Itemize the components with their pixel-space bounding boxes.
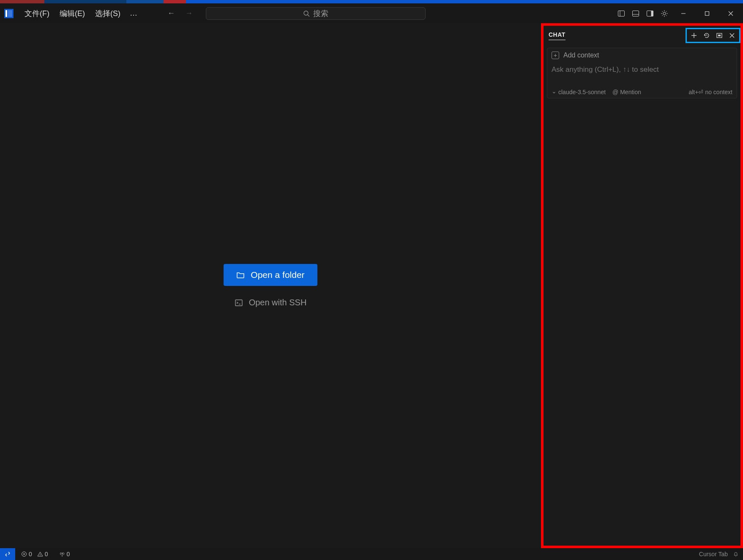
plus-icon: + (552, 52, 559, 59)
chat-tab[interactable]: CHAT (549, 31, 565, 40)
open-folder-button[interactable]: Open a folder (224, 264, 317, 286)
warnings-count: 0 (45, 551, 48, 557)
svg-rect-2 (618, 11, 625, 16)
open-ssh-button[interactable]: Open with SSH (235, 298, 307, 307)
status-bar: 0 0 0 Cursor Tab (0, 548, 743, 560)
model-select[interactable]: claude-3.5-sonnet (552, 89, 606, 95)
editor-welcome-area: Open a folder Open with SSH (0, 23, 541, 548)
warning-icon (37, 551, 43, 557)
dock-icon[interactable] (714, 30, 724, 41)
layout-sidebar-right-icon[interactable] (645, 8, 655, 19)
svg-point-36 (61, 553, 63, 554)
menu-file[interactable]: 文件(F) (19, 8, 55, 19)
no-context-toggle[interactable]: alt+⏎ no context (688, 89, 732, 95)
mention-button[interactable]: @ Mention (612, 89, 641, 95)
terminal-icon (235, 299, 243, 307)
ports-count: 0 (67, 551, 70, 557)
no-context-key: alt+⏎ (688, 89, 703, 95)
desktop-taskbar-edge (0, 0, 743, 3)
remote-button[interactable] (0, 548, 15, 560)
menu-edit[interactable]: 编辑(E) (55, 8, 90, 19)
layout-sidebar-left-icon[interactable] (616, 8, 626, 19)
chat-panel-toolbar (686, 28, 740, 43)
svg-rect-4 (633, 11, 639, 16)
errors-count: 0 (29, 551, 32, 557)
add-context-label: Add context (563, 52, 599, 59)
nav-arrows: ← → (167, 9, 193, 18)
new-chat-icon[interactable] (689, 30, 699, 41)
chat-panel-body (544, 102, 740, 546)
warnings-status[interactable]: 0 (37, 551, 48, 557)
error-icon (21, 551, 27, 557)
nav-forward-icon[interactable]: → (185, 9, 193, 18)
no-context-text: no context (705, 89, 732, 95)
svg-rect-28 (718, 35, 721, 36)
svg-line-26 (707, 35, 707, 36)
svg-line-15 (662, 15, 663, 16)
svg-rect-7 (651, 11, 653, 16)
svg-point-8 (663, 12, 666, 15)
close-panel-icon[interactable] (727, 30, 737, 41)
open-folder-label: Open a folder (251, 270, 304, 280)
svg-rect-21 (235, 300, 242, 306)
search-icon (303, 10, 310, 17)
chat-input-box: + Add context claude-3.5-sonnet @ Mentio… (547, 48, 737, 98)
menu-more[interactable]: … (126, 9, 142, 18)
window-maximize-button[interactable] (697, 4, 717, 23)
errors-status[interactable]: 0 (21, 551, 32, 557)
chat-panel: CHAT + (541, 23, 743, 548)
settings-gear-icon[interactable] (659, 8, 669, 19)
ports-status[interactable]: 0 (59, 551, 70, 557)
search-placeholder: 搜索 (313, 8, 328, 19)
open-ssh-label: Open with SSH (249, 298, 307, 307)
svg-line-14 (666, 15, 667, 16)
folder-icon (236, 271, 245, 279)
app-logo-icon (4, 9, 14, 18)
chat-text-input[interactable] (552, 63, 732, 76)
window-close-button[interactable] (721, 4, 740, 23)
svg-line-1 (308, 15, 309, 16)
model-name: claude-3.5-sonnet (558, 89, 606, 95)
menu-select[interactable]: 选择(S) (90, 8, 126, 19)
nav-back-icon[interactable]: ← (167, 9, 175, 18)
search-input[interactable]: 搜索 (206, 7, 426, 20)
window-minimize-button[interactable] (674, 4, 693, 23)
svg-line-13 (662, 11, 663, 12)
layout-panel-bottom-icon[interactable] (631, 8, 641, 19)
bell-icon[interactable] (733, 551, 739, 557)
title-bar: 文件(F) 编辑(E) 选择(S) … ← → 搜索 (0, 3, 743, 23)
svg-rect-18 (705, 11, 709, 15)
history-icon[interactable] (702, 30, 712, 41)
svg-point-35 (40, 555, 40, 556)
add-context-button[interactable]: + Add context (552, 52, 599, 59)
svg-point-0 (304, 11, 308, 15)
chat-panel-header: CHAT (544, 26, 740, 45)
cursor-tab-label[interactable]: Cursor Tab (699, 551, 728, 557)
svg-line-16 (666, 11, 667, 12)
antenna-icon (59, 551, 65, 557)
